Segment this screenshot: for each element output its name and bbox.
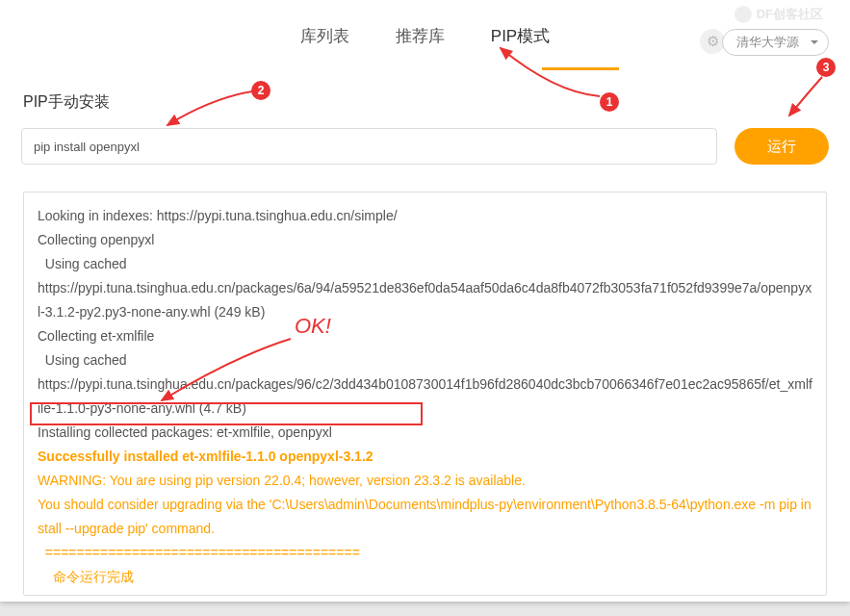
output-line: Collecting et-xmlfile [38, 324, 812, 348]
output-line: https://pypi.tuna.tsinghua.edu.cn/packag… [38, 372, 812, 421]
tab-bar: 库列表 推荐库 PIP模式 ⚙ 清华大学源 [0, 0, 850, 71]
output-terminal[interactable]: Looking in indexes: https://pypi.tuna.ts… [23, 192, 827, 596]
source-dropdown[interactable]: 清华大学源 [722, 29, 829, 56]
output-warning-line: WARNING: You are using pip version 22.0.… [38, 469, 812, 493]
output-line: https://pypi.tuna.tsinghua.edu.cn/packag… [38, 276, 812, 324]
section-title: PIP手动安装 [0, 71, 850, 128]
tab-pip-mode[interactable]: PIP模式 [491, 25, 550, 53]
output-line: ======================================== [38, 541, 812, 565]
pip-command-input[interactable] [21, 128, 717, 165]
output-success-line: Successfully installed et-xmlfile-1.1.0 … [38, 445, 812, 469]
run-button[interactable]: 运行 [734, 128, 829, 165]
output-warning-line: You should consider upgrading via the 'C… [38, 493, 812, 541]
output-line: Using cached [38, 348, 812, 372]
output-line: Installing collected packages: et-xmlfil… [38, 421, 812, 445]
output-line: Using cached [38, 252, 812, 276]
input-row: 运行 [0, 128, 850, 165]
tab-lib-list[interactable]: 库列表 [300, 25, 349, 53]
tab-recommend[interactable]: 推荐库 [396, 25, 445, 53]
output-line: Collecting openpyxl [38, 228, 812, 252]
output-line: ======================================== [38, 589, 812, 596]
output-line: Looking in indexes: https://pypi.tuna.ts… [38, 204, 812, 228]
output-done-line: 命令运行完成 [38, 565, 812, 589]
